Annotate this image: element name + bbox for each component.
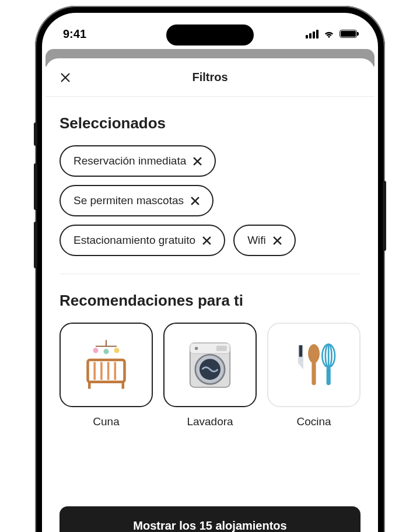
filter-chip-pets-allowed[interactable]: Se permiten mascotas — [60, 185, 214, 216]
recommend-card-washer[interactable] — [163, 323, 257, 407]
card-label: Cocina — [296, 415, 331, 428]
chip-label: Wifi — [247, 234, 266, 247]
chip-remove-icon[interactable] — [191, 197, 200, 205]
phone-volume-up — [34, 163, 37, 210]
svg-point-24 — [195, 346, 198, 349]
filters-sheet: Filtros Seleccionados Reservación inmedi… — [46, 58, 374, 532]
show-listings-button[interactable]: Mostrar los 15 alojamientos — [60, 506, 360, 532]
chip-label: Reservación inmediata — [74, 155, 186, 167]
cellular-signal-icon — [306, 30, 318, 38]
selected-chips: Reservación inmediata Se permiten mascot… — [60, 145, 360, 256]
svg-point-14 — [114, 348, 120, 353]
sheet-header: Filtros — [46, 58, 374, 97]
svg-point-31 — [308, 344, 320, 363]
card-label: Cuna — [93, 415, 119, 428]
recommend-card-crib[interactable] — [60, 323, 153, 407]
phone-mute-switch — [34, 123, 37, 146]
svg-point-12 — [93, 348, 99, 353]
washer-icon — [184, 339, 236, 391]
chip-label: Estacionamiento gratuito — [74, 234, 195, 247]
sheet-title: Filtros — [192, 71, 228, 84]
svg-marker-29 — [298, 363, 303, 369]
close-icon — [60, 72, 71, 83]
svg-point-13 — [104, 349, 109, 354]
filter-chip-instant-book[interactable]: Reservación inmediata — [60, 145, 216, 177]
phone-screen: 9:41 — [42, 13, 378, 532]
phone-frame: 9:41 — [35, 6, 385, 532]
svg-rect-30 — [299, 345, 302, 357]
recommended-cards: Cuna — [60, 323, 360, 428]
svg-rect-32 — [312, 361, 316, 385]
svg-rect-36 — [327, 367, 331, 385]
chip-remove-icon[interactable] — [193, 157, 202, 166]
filter-chip-free-parking[interactable]: Estacionamiento gratuito — [60, 225, 225, 256]
battery-icon — [340, 30, 357, 38]
crib-icon — [80, 339, 132, 391]
chip-label: Se permiten mascotas — [74, 194, 184, 207]
card-label: Lavadora — [187, 415, 233, 428]
dynamic-island — [166, 24, 254, 46]
sheet-footer: Mostrar los 15 alojamientos Desmarcar to… — [46, 489, 374, 532]
recommend-card-kitchen[interactable] — [267, 323, 360, 407]
wifi-icon — [323, 30, 335, 38]
chip-remove-icon[interactable] — [202, 236, 211, 245]
phone-power-button — [383, 181, 386, 251]
svg-rect-25 — [216, 345, 227, 351]
status-time: 9:41 — [63, 27, 86, 41]
close-button[interactable] — [57, 69, 74, 86]
selected-section-title: Seleccionados — [60, 114, 360, 132]
svg-rect-15 — [88, 360, 125, 382]
kitchen-icon — [288, 339, 340, 391]
filter-chip-wifi[interactable]: Wifi — [233, 225, 296, 256]
recommended-section-title: Recomendaciones para ti — [60, 292, 360, 310]
section-divider — [60, 274, 360, 274]
chip-remove-icon[interactable] — [273, 236, 282, 245]
phone-volume-down — [34, 222, 37, 268]
